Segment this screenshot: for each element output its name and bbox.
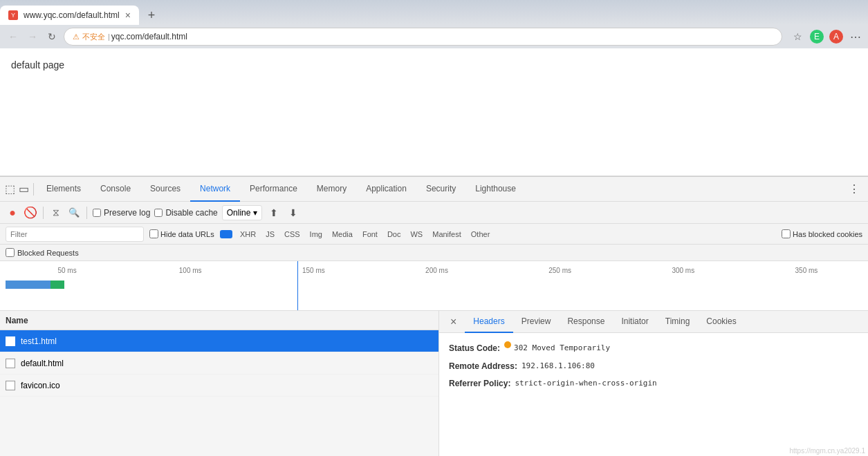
tab-sources[interactable]: Sources	[140, 177, 190, 202]
filter-input[interactable]	[6, 227, 144, 242]
filter-js-btn[interactable]: JS	[264, 230, 277, 238]
devtools-device-btn[interactable]: ▭	[17, 182, 30, 196]
file-item-default[interactable]: default.html	[0, 352, 438, 374]
has-blocked-cookies-group[interactable]: Has blocked cookies	[782, 229, 862, 238]
tab-memory[interactable]: Memory	[307, 177, 356, 202]
filter-all-btn[interactable]: All	[220, 230, 232, 238]
search-icon[interactable]: 🔍	[67, 206, 81, 220]
address-input[interactable]: ⚠ 不安全 | yqc.com/default.html	[64, 28, 782, 46]
status-dot-icon	[504, 341, 511, 348]
browser-chrome: Y www.yqc.com/default.html × + ← → ↻ ⚠ 不…	[0, 0, 868, 48]
detail-tab-preview[interactable]: Preview	[513, 311, 560, 333]
refresh-button[interactable]: ↻	[44, 29, 59, 44]
clear-button[interactable]: 🚫	[24, 206, 37, 220]
preserve-log-checkbox[interactable]	[93, 209, 101, 217]
file-item-test1[interactable]: test1.html	[0, 330, 438, 352]
disable-cache-checkbox-group[interactable]: Disable cache	[154, 208, 217, 218]
timeline-tick-2: 100 ms	[129, 264, 252, 274]
tab-application[interactable]: Application	[356, 177, 416, 202]
referrer-policy-value: strict-origin-when-cross-origin	[515, 377, 656, 392]
blocked-requests-checkbox[interactable]	[6, 248, 15, 257]
forward-button[interactable]: →	[25, 29, 40, 44]
filter-xhr-btn[interactable]: XHR	[238, 230, 258, 238]
disable-cache-checkbox[interactable]	[154, 209, 163, 217]
file-name-favicon: favicon.ico	[21, 381, 60, 390]
timeline-tick-4: 200 ms	[375, 264, 498, 274]
file-name-test1: test1.html	[21, 336, 57, 346]
detail-tab-timing[interactable]: Timing	[657, 311, 699, 333]
extensions-btn[interactable]: ⋯	[849, 30, 862, 44]
referrer-policy-row: Referrer Policy: strict-origin-when-cros…	[449, 377, 858, 392]
hide-data-urls-label: Hide data URLs	[160, 230, 214, 238]
tab-performance[interactable]: Performance	[240, 177, 307, 202]
detail-tab-response[interactable]: Response	[559, 311, 613, 333]
file-item-favicon[interactable]: favicon.ico	[0, 374, 438, 397]
back-button[interactable]: ←	[6, 29, 21, 44]
active-tab[interactable]: Y www.yqc.com/default.html ×	[0, 6, 139, 25]
watermark: https://mgm.cn.ya2029.1	[786, 446, 868, 456]
status-code-value: 302 Moved Temporarily	[514, 341, 610, 357]
tab-close-btn[interactable]: ×	[125, 10, 131, 21]
preserve-log-checkbox-group[interactable]: Preserve log	[93, 208, 150, 218]
timeline-tick-6: 300 ms	[622, 264, 745, 274]
file-name-default: default.html	[21, 359, 64, 368]
filter-icon[interactable]: ⧖	[49, 206, 63, 220]
devtools-tab-bar: ⬚ ▭ Elements Console Sources Network Per…	[0, 177, 868, 202]
timeline-bar-blue	[6, 281, 50, 289]
status-code-label: Status Code:	[449, 341, 500, 357]
has-blocked-cookies-checkbox[interactable]	[782, 229, 791, 238]
hide-data-urls-checkbox-group[interactable]: Hide data URLs	[149, 229, 214, 238]
blocked-requests-row: Blocked Requests	[0, 245, 868, 261]
tab-bar: Y www.yqc.com/default.html × +	[0, 0, 868, 25]
detail-tab-close[interactable]: ×	[442, 311, 465, 333]
page-content: default page	[0, 48, 868, 176]
toolbar-sep-1	[43, 207, 44, 219]
detail-tab-cookies[interactable]: Cookies	[698, 311, 744, 333]
filter-media-btn[interactable]: Media	[330, 230, 355, 238]
remote-address-label: Remote Address:	[449, 359, 517, 374]
extension-icon-2[interactable]: A	[829, 30, 843, 44]
timeline-cursor	[297, 261, 298, 310]
devtools-toolbar: ● 🚫 ⧖ 🔍 Preserve log Disable cache Onlin…	[0, 202, 868, 224]
detail-tab-headers[interactable]: Headers	[465, 311, 513, 333]
filter-font-btn[interactable]: Font	[360, 230, 380, 238]
filter-manifest-btn[interactable]: Manifest	[430, 230, 463, 238]
download-button[interactable]: ⬇	[286, 205, 301, 220]
timeline-header: 50 ms 100 ms 150 ms 200 ms 250 ms 300 ms…	[0, 261, 868, 310]
extension-icon-1[interactable]: E	[810, 30, 824, 44]
referrer-policy-label: Referrer Policy:	[449, 377, 510, 392]
detail-tab-bar: × Headers Preview Response Initiator Tim…	[439, 311, 868, 333]
has-blocked-cookies-label: Has blocked cookies	[793, 230, 862, 238]
tab-console[interactable]: Console	[91, 177, 140, 202]
filter-other-btn[interactable]: Other	[469, 230, 492, 238]
preserve-log-label: Preserve log	[104, 208, 150, 218]
filter-bar: Hide data URLs All XHR JS CSS Img Media …	[0, 224, 868, 245]
devtools-more-btn[interactable]: ⋮	[843, 182, 865, 196]
throttle-label: Online	[227, 208, 251, 218]
tab-separator	[33, 183, 34, 196]
tab-lighthouse[interactable]: Lighthouse	[465, 177, 526, 202]
tab-title: www.yqc.com/default.html	[24, 10, 120, 20]
timeline-tick-7: 350 ms	[745, 264, 868, 274]
record-button[interactable]: ●	[6, 206, 19, 220]
timeline-tick-1: 50 ms	[6, 264, 129, 274]
throttle-dropdown[interactable]: Online ▾	[222, 205, 263, 220]
file-list-header: Name	[0, 311, 438, 330]
devtools-panel: ⬚ ▭ Elements Console Sources Network Per…	[0, 176, 868, 456]
timeline-tick-5: 250 ms	[499, 264, 622, 274]
filter-ws-btn[interactable]: WS	[408, 230, 425, 238]
detail-tab-initiator[interactable]: Initiator	[613, 311, 656, 333]
devtools-inspect-btn[interactable]: ⬚	[3, 182, 17, 196]
star-icon[interactable]: ☆	[791, 30, 804, 44]
tab-security[interactable]: Security	[416, 177, 465, 202]
new-tab-button[interactable]: +	[142, 6, 161, 25]
filter-doc-btn[interactable]: Doc	[385, 230, 403, 238]
tab-network[interactable]: Network	[190, 177, 240, 202]
page-main-title: default page	[11, 59, 64, 70]
timeline-tick-3: 150 ms	[252, 264, 375, 274]
upload-button[interactable]: ⬆	[266, 205, 281, 220]
filter-css-btn[interactable]: CSS	[282, 230, 302, 238]
hide-data-urls-checkbox[interactable]	[149, 229, 158, 238]
filter-img-btn[interactable]: Img	[308, 230, 324, 238]
tab-elements[interactable]: Elements	[37, 177, 91, 202]
